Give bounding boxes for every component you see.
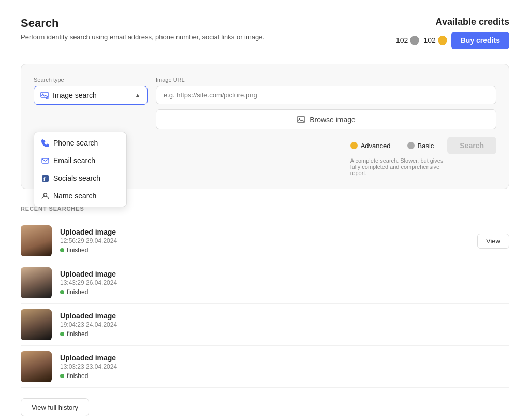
result-title: Uploaded image (60, 228, 469, 236)
view-button[interactable]: View (477, 234, 509, 249)
search-type-menu: Phone search Email search f (34, 132, 127, 207)
page-subtitle: Perform identity search using email addr… (21, 33, 264, 41)
browse-label: Browse image (310, 115, 356, 124)
search-card: Search type Image search ▲ (21, 64, 509, 189)
mode-basic[interactable]: Basic (400, 139, 441, 153)
mode-description: A complete search. Slower, but gives ful… (343, 157, 447, 176)
dropdown-item-email[interactable]: Email search (34, 152, 126, 169)
basic-radio (407, 142, 415, 149)
search-type-dropdown[interactable]: Image search ▲ (34, 86, 148, 105)
phone-icon (41, 139, 49, 147)
dropdown-arrow-icon: ▲ (135, 92, 141, 99)
svg-line-3 (48, 99, 49, 100)
result-info: Uploaded image 13:03:23 23.04.2024 finis… (60, 354, 509, 380)
avatar (21, 267, 52, 298)
result-status: finished (60, 372, 509, 380)
dropdown-item-social[interactable]: f Socials search (34, 169, 126, 187)
email-icon (41, 157, 49, 165)
advanced-label: Advanced (361, 142, 391, 150)
table-row: Uploaded image 19:04:23 24.04.2024 finis… (21, 304, 509, 346)
mode-advanced[interactable]: Advanced (343, 139, 398, 153)
svg-point-7 (44, 193, 47, 196)
search-type-wrapper: Search type Image search ▲ (34, 77, 148, 129)
url-section: Image URL Browse image (156, 77, 496, 129)
status-label: finished (67, 247, 88, 254)
result-time: 13:43:29 26.04.2024 (60, 279, 509, 286)
result-title: Uploaded image (60, 270, 509, 278)
email-search-label: Email search (53, 156, 95, 165)
result-status: finished (60, 288, 509, 296)
view-history-button[interactable]: View full history (21, 398, 89, 416)
status-label: finished (67, 372, 88, 380)
page-title: Search (21, 17, 264, 30)
search-type-label: Search type (34, 77, 148, 83)
advanced-radio (350, 142, 358, 149)
credits-title: Available credits (396, 17, 509, 27)
status-dot-icon (60, 290, 64, 294)
status-dot-icon (60, 248, 64, 252)
result-title: Uploaded image (60, 354, 509, 362)
person-icon (41, 192, 49, 200)
search-button[interactable]: Search (447, 137, 496, 154)
status-dot-icon (60, 374, 64, 378)
result-status: finished (60, 247, 469, 254)
avatar (21, 309, 52, 340)
selected-search-type: Image search (53, 91, 97, 99)
dropdown-item-name[interactable]: Name search (34, 187, 126, 205)
svg-rect-5 (42, 175, 49, 182)
table-row: Uploaded image 12:56:29 29.04.2024 finis… (21, 220, 509, 262)
result-status: finished (60, 330, 509, 338)
url-label: Image URL (156, 77, 496, 83)
recent-searches-section: RECENT SEARCHES Uploaded image 12:56:29 … (21, 206, 509, 416)
avatar (21, 351, 52, 382)
basic-label: Basic (418, 142, 434, 150)
status-dot-icon (60, 332, 64, 336)
result-time: 19:04:23 24.04.2024 (60, 321, 509, 328)
browse-image-button[interactable]: Browse image (156, 109, 496, 129)
dropdown-item-phone[interactable]: Phone search (34, 134, 126, 152)
image-search-icon (40, 91, 49, 99)
credit-gold-icon (438, 36, 447, 45)
browse-image-icon (297, 115, 305, 124)
table-row: Uploaded image 13:43:29 26.04.2024 finis… (21, 262, 509, 304)
result-time: 12:56:29 29.04.2024 (60, 237, 469, 244)
table-row: Uploaded image 13:03:23 23.04.2024 finis… (21, 346, 509, 388)
social-icon: f (41, 175, 49, 182)
avatar (21, 225, 52, 256)
url-input[interactable] (156, 86, 496, 104)
credits-gray-value: 102 (396, 36, 408, 45)
result-title: Uploaded image (60, 312, 509, 320)
result-info: Uploaded image 19:04:23 24.04.2024 finis… (60, 312, 509, 338)
status-label: finished (67, 330, 88, 338)
status-label: finished (67, 288, 88, 296)
result-time: 13:03:23 23.04.2024 (60, 363, 509, 370)
phone-search-label: Phone search (53, 139, 98, 147)
socials-search-label: Socials search (53, 174, 100, 182)
result-info: Uploaded image 12:56:29 29.04.2024 finis… (60, 228, 469, 254)
credits-gold-value: 102 (423, 36, 435, 45)
buy-credits-button[interactable]: Buy credits (451, 32, 509, 49)
name-search-label: Name search (53, 192, 96, 200)
credit-gray-icon (410, 36, 419, 45)
result-info: Uploaded image 13:43:29 26.04.2024 finis… (60, 270, 509, 296)
